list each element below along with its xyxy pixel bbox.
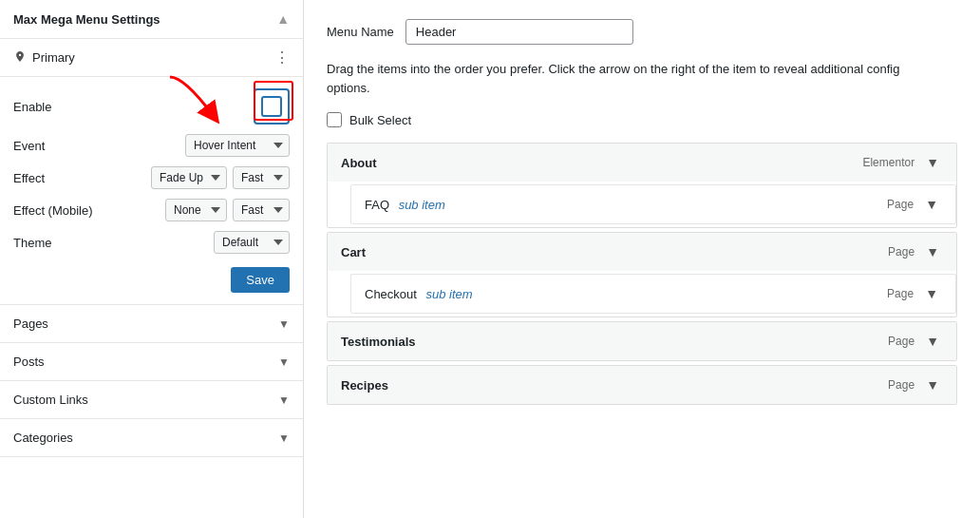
collapsible-posts-header: Posts ▼	[0, 343, 303, 380]
menu-name-input[interactable]	[405, 19, 633, 45]
sub-item-faq-type: Page	[887, 198, 914, 211]
menu-name-row: Menu Name	[327, 19, 957, 45]
save-button[interactable]: Save	[231, 267, 290, 293]
menu-item-recipes-expand[interactable]: ▼	[922, 375, 943, 394]
sidebar: Max Mega Menu Settings ▲ Primary ⋮	[0, 0, 304, 518]
pages-label: Pages	[13, 317, 48, 331]
menu-item-recipes: Recipes Page ▼	[327, 365, 957, 405]
menu-item-about-expand[interactable]: ▼	[922, 153, 943, 172]
collapsible-custom-links[interactable]: Custom Links ▼	[0, 381, 303, 419]
menu-item-testimonials-type: Page	[888, 335, 914, 348]
enable-toggle[interactable]	[254, 88, 290, 125]
menu-item-about-title: About	[341, 156, 377, 170]
effect-mobile-row: Effect (Mobile) None Fade Slide Fast Nor…	[13, 199, 290, 221]
bulk-select-checkbox[interactable]	[327, 112, 342, 127]
effect-mobile-speed-select[interactable]: Fast Normal Slow	[233, 199, 290, 221]
settings-section: Enable Event Hover Intent Click Hover Ef	[0, 77, 303, 305]
effect-mobile-select[interactable]: None Fade Slide	[165, 199, 227, 221]
sub-item-checkout-type: Page	[887, 287, 914, 300]
theme-select[interactable]: Default Clean Light Dark	[214, 231, 290, 254]
enable-label: Enable	[13, 100, 99, 114]
menu-name-label: Menu Name	[327, 25, 394, 39]
effect-mobile-label: Effect (Mobile)	[13, 203, 99, 218]
collapsible-pages[interactable]: Pages ▼	[0, 305, 303, 343]
sub-item-faq-expand[interactable]: ▼	[921, 195, 942, 214]
sub-item-checkout-title: Checkout sub item	[365, 287, 473, 301]
sidebar-collapse-icon[interactable]: ▲	[276, 11, 290, 27]
enable-toggle-inner	[261, 96, 282, 117]
bulk-select-label: Bulk Select	[349, 113, 411, 127]
sub-item-checkout-right: Page ▼	[887, 284, 942, 303]
custom-links-arrow-icon: ▼	[278, 393, 290, 407]
menu-item-about-type: Elementor	[862, 156, 914, 169]
location-icon	[13, 51, 27, 65]
menu-item-about-header: About Elementor ▼	[328, 144, 956, 182]
drag-instructions: Drag the items into the order you prefer…	[327, 60, 957, 97]
sub-item-faq-right: Page ▼	[887, 195, 942, 214]
posts-label: Posts	[13, 355, 45, 369]
event-controls: Hover Intent Click Hover	[185, 134, 290, 157]
posts-arrow-icon: ▼	[278, 355, 290, 369]
theme-label: Theme	[13, 236, 99, 250]
event-row: Event Hover Intent Click Hover	[13, 134, 290, 157]
menu-items-list: About Elementor ▼ FAQ sub item Page ▼	[327, 143, 957, 409]
menu-item-recipes-right: Page ▼	[888, 375, 943, 394]
pages-arrow-icon: ▼	[278, 317, 290, 331]
main-content: Menu Name Drag the items into the order …	[304, 0, 980, 518]
effect-speed-select[interactable]: Fast Normal Slow	[233, 166, 290, 189]
kebab-icon[interactable]: ⋮	[274, 48, 290, 67]
effect-row: Effect Fade Up Fade Slide None Fast Norm…	[13, 166, 290, 189]
primary-menu-left: Primary	[13, 50, 75, 65]
menu-item-cart-expand[interactable]: ▼	[922, 242, 943, 261]
theme-controls: Default Clean Light Dark	[214, 231, 290, 254]
menu-item-recipes-title: Recipes	[341, 378, 388, 393]
menu-item-testimonials-expand[interactable]: ▼	[922, 332, 943, 351]
sub-item-checkout: Checkout sub item Page ▼	[350, 274, 956, 314]
event-select[interactable]: Hover Intent Click Hover	[185, 134, 290, 157]
collapsible-categories-header: Categories ▼	[0, 419, 303, 456]
effect-controls: Fade Up Fade Slide None Fast Normal Slow	[151, 166, 290, 189]
collapsible-posts[interactable]: Posts ▼	[0, 343, 303, 381]
sub-item-faq-header: FAQ sub item Page ▼	[350, 184, 956, 224]
menu-item-recipes-header: Recipes Page ▼	[328, 366, 956, 404]
collapsible-pages-header: Pages ▼	[0, 305, 303, 342]
effect-mobile-controls: None Fade Slide Fast Normal Slow	[165, 199, 290, 221]
menu-item-cart-type: Page	[888, 245, 914, 259]
primary-menu-row: Primary ⋮	[0, 39, 303, 77]
event-label: Event	[13, 139, 99, 153]
categories-label: Categories	[13, 431, 73, 445]
menu-item-testimonials-title: Testimonials	[341, 335, 416, 349]
menu-item-cart-header: Cart Page ▼	[328, 233, 956, 271]
menu-item-about: About Elementor ▼ FAQ sub item Page ▼	[327, 143, 957, 228]
menu-item-recipes-type: Page	[888, 378, 914, 392]
primary-menu-label: Primary	[32, 50, 75, 65]
sub-item-checkout-header: Checkout sub item Page ▼	[350, 274, 956, 314]
menu-item-cart-title: Cart	[341, 245, 366, 259]
sidebar-header: Max Mega Menu Settings ▲	[0, 0, 303, 39]
menu-item-testimonials: Testimonials Page ▼	[327, 321, 957, 361]
menu-item-cart-right: Page ▼	[888, 242, 943, 261]
sub-item-checkout-expand[interactable]: ▼	[921, 284, 942, 303]
categories-arrow-icon: ▼	[278, 432, 290, 445]
sidebar-header-title: Max Mega Menu Settings	[13, 12, 160, 27]
menu-item-testimonials-header: Testimonials Page ▼	[328, 322, 956, 360]
collapsible-custom-links-header: Custom Links ▼	[0, 381, 303, 418]
enable-controls	[254, 88, 290, 125]
sub-item-faq: FAQ sub item Page ▼	[350, 184, 956, 224]
custom-links-label: Custom Links	[13, 393, 88, 407]
sub-item-faq-title: FAQ sub item	[365, 198, 445, 212]
collapsible-categories[interactable]: Categories ▼	[0, 419, 303, 457]
menu-item-testimonials-right: Page ▼	[888, 332, 943, 351]
theme-row: Theme Default Clean Light Dark	[13, 231, 290, 254]
menu-item-about-right: Elementor ▼	[862, 153, 943, 172]
menu-item-cart: Cart Page ▼ Checkout sub item Page ▼	[327, 232, 957, 317]
effect-select[interactable]: Fade Up Fade Slide None	[151, 166, 227, 189]
bulk-select-row: Bulk Select	[327, 112, 957, 127]
effect-label: Effect	[13, 171, 99, 185]
enable-row: Enable	[13, 88, 290, 125]
